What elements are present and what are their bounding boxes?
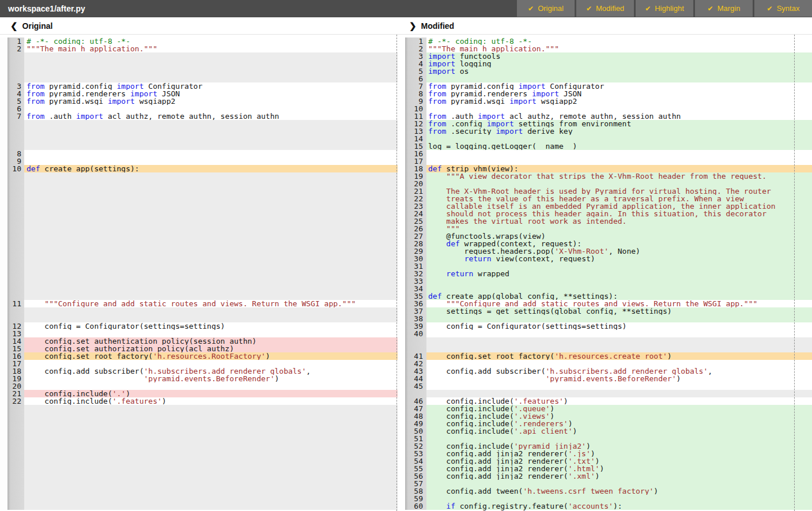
pane-edge xyxy=(398,82,405,90)
line-number xyxy=(7,277,24,285)
code-text: settings = get_settings(global_config, *… xyxy=(426,307,812,315)
pane-edge xyxy=(0,60,7,67)
pane-edge xyxy=(398,315,405,322)
pane-header-original: ❮ Original xyxy=(10,17,52,34)
original-code-rows: 1# -*- coding: utf-8 -*-2"""The main h a… xyxy=(0,35,398,510)
pane-edge xyxy=(0,247,7,255)
line-number xyxy=(7,270,24,277)
line-number: 60 xyxy=(405,502,426,510)
code-text: def create_app(settings): xyxy=(24,165,398,172)
line-number xyxy=(7,412,24,420)
line-number xyxy=(7,405,24,412)
code-text: if config.registry.feature('accounts'): xyxy=(426,502,812,510)
line-number xyxy=(7,232,24,240)
pane-edge xyxy=(0,442,7,450)
toolbar-button-label: Modified xyxy=(596,4,624,13)
toolbar-button-label: Syntax xyxy=(777,4,800,13)
code-text: return view(context, request) xyxy=(426,255,812,262)
pane-edge xyxy=(398,277,405,285)
pane-edge xyxy=(398,240,405,247)
line-number: 2 xyxy=(405,45,426,52)
line-number xyxy=(7,67,24,75)
original-pane[interactable]: 1# -*- coding: utf-8 -*-2"""The main h a… xyxy=(0,35,398,511)
modified-pane[interactable]: 1# -*- coding: utf-8 -*-2"""The main h a… xyxy=(398,35,812,511)
pane-edge xyxy=(0,165,7,172)
code-line: 2"""The main h application.""" xyxy=(0,45,398,52)
pane-edge xyxy=(0,150,7,157)
toolbar-button-highlight[interactable]: ✔Highlight xyxy=(636,0,693,17)
toolbar-button-syntax[interactable]: ✔Syntax xyxy=(754,0,812,17)
title-bar: workspace1/after.py ✔Original✔Modified✔H… xyxy=(0,0,812,17)
pane-edge xyxy=(398,457,405,465)
code-line: 10def create_app(settings): xyxy=(0,165,398,172)
toolbar-button-original[interactable]: ✔Original xyxy=(517,0,575,17)
diff-filler-row xyxy=(0,480,398,487)
diff-filler-row xyxy=(398,337,812,345)
code-text: config.add_tween('h.tweens.csrf_tween_fa… xyxy=(426,487,812,495)
diff-filler-row xyxy=(0,67,398,75)
code-text xyxy=(24,202,398,210)
diff-filler-row xyxy=(0,180,398,187)
code-line: 41 config.set_root_factory('h.resources.… xyxy=(398,352,812,360)
pane-edge xyxy=(398,45,405,52)
code-line: 16 config.set_root_factory('h.resources.… xyxy=(0,352,398,360)
diff-filler-row xyxy=(0,172,398,180)
diff-filler-row xyxy=(0,52,398,60)
code-text xyxy=(24,495,398,502)
code-text xyxy=(426,330,812,337)
pane-edge xyxy=(0,397,7,405)
line-number xyxy=(7,127,24,135)
code-text xyxy=(24,412,398,420)
file-title: workspace1/after.py xyxy=(0,0,515,17)
pane-edge xyxy=(0,315,7,322)
line-number xyxy=(7,435,24,442)
toolbar-button-modified[interactable]: ✔Modified xyxy=(576,0,634,17)
pane-edge xyxy=(0,465,7,472)
code-line: 60 if config.registry.feature('accounts'… xyxy=(398,502,812,510)
pane-edge xyxy=(0,405,7,412)
line-number: 1 xyxy=(7,37,24,45)
code-text: """Configure and add static routes and v… xyxy=(24,300,398,307)
pane-edge xyxy=(0,270,7,277)
code-text: import logging xyxy=(426,60,812,67)
check-icon: ✔ xyxy=(528,5,534,13)
pane-edge xyxy=(398,330,405,337)
code-text xyxy=(24,435,398,442)
line-number: 8 xyxy=(7,150,24,157)
pane-edge xyxy=(398,472,405,480)
diff-viewer-window: { "window": { "title": "workspace1/after… xyxy=(0,0,812,511)
line-number xyxy=(7,135,24,142)
code-text xyxy=(24,135,398,142)
line-number: 3 xyxy=(405,52,426,60)
code-line: 8 xyxy=(0,150,398,157)
code-text xyxy=(24,480,398,487)
code-text: config.include('.features') xyxy=(24,397,398,405)
code-text xyxy=(426,150,812,157)
diff-filler-row xyxy=(0,435,398,442)
pane-edge xyxy=(398,180,405,187)
line-number xyxy=(7,120,24,127)
line-number xyxy=(7,255,24,262)
pane-edge xyxy=(398,97,405,105)
diff-filler-row xyxy=(0,142,398,150)
code-line: 5import os xyxy=(398,67,812,75)
pane-edge xyxy=(0,202,7,210)
pane-edge xyxy=(398,405,405,412)
pane-edge xyxy=(0,225,7,232)
code-line: 25 makes the virtual root work as intend… xyxy=(398,217,812,225)
line-number: 6 xyxy=(405,75,426,82)
toolbar-button-label: Highlight xyxy=(655,4,684,13)
diff-filler-row xyxy=(0,210,398,217)
pane-edge xyxy=(0,82,7,90)
pane-edge xyxy=(398,487,405,495)
pane-edge xyxy=(398,270,405,277)
code-text xyxy=(24,67,398,75)
pane-edge xyxy=(0,97,7,105)
code-text xyxy=(24,217,398,225)
line-number xyxy=(7,262,24,270)
line-number: 22 xyxy=(7,397,24,405)
pane-edge xyxy=(398,255,405,262)
line-number xyxy=(7,285,24,292)
toolbar-button-margin[interactable]: ✔Margin xyxy=(695,0,753,17)
pane-edge xyxy=(0,157,7,165)
